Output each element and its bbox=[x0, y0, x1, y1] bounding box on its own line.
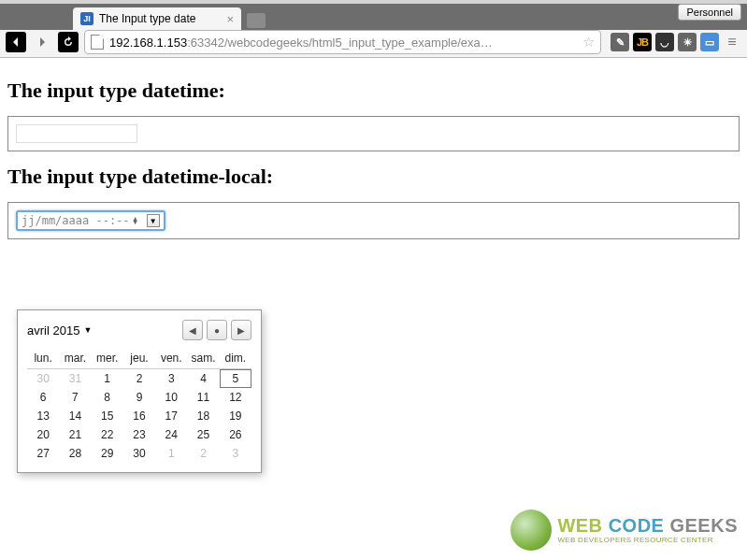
logo-word-code: CODE bbox=[609, 515, 670, 536]
window-titlebar: JI The Input type date × Personnel bbox=[0, 0, 747, 26]
date-picker-day-cell[interactable]: 29 bbox=[92, 444, 123, 463]
date-picker-day-cell[interactable]: 8 bbox=[92, 388, 123, 407]
date-picker-day-cell[interactable]: 28 bbox=[59, 444, 91, 463]
date-picker-day-cell[interactable]: 2 bbox=[187, 444, 219, 463]
tab-close-icon[interactable]: × bbox=[226, 12, 234, 26]
window-minimize-button[interactable] bbox=[25, 8, 36, 19]
datetime-local-fieldset: jj/mm/aaaa --:-- ▲▼ ▼ bbox=[7, 202, 740, 239]
date-picker-month-label: avril 2015 bbox=[27, 323, 79, 337]
date-picker-next-button[interactable]: ▶ bbox=[231, 320, 251, 340]
date-picker-day-cell[interactable]: 1 bbox=[92, 369, 123, 389]
chevron-down-icon: ▼ bbox=[83, 325, 92, 335]
date-picker-day-cell[interactable]: 4 bbox=[187, 369, 219, 389]
date-picker-day-cell[interactable]: 24 bbox=[155, 425, 187, 444]
extension-devtools-icon[interactable]: ▭ bbox=[700, 33, 719, 51]
datetime-fieldset bbox=[7, 116, 740, 151]
bookmark-star-icon[interactable]: ☆ bbox=[582, 34, 595, 50]
date-picker-day-cell[interactable]: 31 bbox=[59, 369, 91, 389]
forward-button[interactable] bbox=[32, 32, 52, 52]
date-picker-today-button[interactable]: ● bbox=[207, 320, 227, 340]
url-text: 192.168.1.153:63342/webcodegeeks/html5_i… bbox=[109, 36, 579, 50]
date-picker-day-cell[interactable]: 25 bbox=[187, 425, 219, 444]
datetime-input[interactable] bbox=[16, 124, 137, 143]
date-picker-day-cell[interactable]: 26 bbox=[220, 425, 251, 444]
reload-button[interactable] bbox=[58, 32, 79, 52]
date-picker-day-cell[interactable]: 14 bbox=[59, 407, 91, 425]
date-picker-day-cell[interactable]: 7 bbox=[59, 388, 91, 407]
date-picker-grid: lun.mar.mer.jeu.ven.sam.dim. 30311234567… bbox=[27, 348, 251, 463]
date-picker-day-cell[interactable]: 16 bbox=[123, 407, 155, 425]
heading-datetime-local: The input type datetime-local: bbox=[7, 165, 740, 189]
globe-icon bbox=[510, 510, 552, 551]
date-picker-day-cell[interactable]: 19 bbox=[220, 407, 251, 425]
logo-word-geeks: GEEKS bbox=[669, 515, 738, 536]
date-picker-day-cell[interactable]: 9 bbox=[123, 388, 155, 407]
date-picker-popup: avril 2015 ▼ ◀ ● ▶ lun.mar.mer.jeu.ven.s… bbox=[17, 309, 262, 473]
date-picker-day-cell[interactable]: 18 bbox=[187, 407, 219, 425]
extension-evernote-icon[interactable]: ✎ bbox=[611, 33, 629, 51]
new-tab-button[interactable] bbox=[247, 13, 266, 28]
tab-title: The Input type date bbox=[99, 12, 195, 25]
date-picker-day-cell[interactable]: 21 bbox=[59, 425, 91, 444]
date-picker-day-header: sam. bbox=[187, 348, 219, 369]
date-picker-day-header: mar. bbox=[59, 348, 91, 369]
back-button[interactable] bbox=[6, 32, 26, 52]
extension-pocket-icon[interactable]: ◡ bbox=[655, 33, 674, 51]
date-picker-day-cell[interactable]: 30 bbox=[123, 444, 155, 463]
date-picker-day-cell[interactable]: 27 bbox=[27, 444, 59, 463]
window-zoom-button[interactable] bbox=[41, 8, 51, 19]
extension-jb-icon[interactable]: JB bbox=[633, 33, 652, 51]
date-picker-day-header: dim. bbox=[220, 348, 251, 369]
date-picker-day-header: ven. bbox=[155, 348, 187, 369]
window-close-button[interactable] bbox=[9, 8, 20, 19]
date-picker-day-cell[interactable]: 20 bbox=[27, 425, 59, 444]
date-picker-month-selector[interactable]: avril 2015 ▼ bbox=[27, 323, 92, 337]
page-icon bbox=[91, 35, 104, 50]
browser-tab-active[interactable]: JI The Input type date × bbox=[73, 7, 241, 30]
browser-toolbar: 192.168.1.153:63342/webcodegeeks/html5_i… bbox=[0, 26, 747, 58]
date-picker-day-cell[interactable]: 12 bbox=[220, 388, 251, 407]
webcodegeeks-logo: WEB CODE GEEKS WEB DEVELOPERS RESOURCE C… bbox=[510, 510, 738, 551]
date-picker-prev-button[interactable]: ◀ bbox=[182, 320, 203, 340]
date-picker-day-cell[interactable]: 3 bbox=[220, 444, 251, 463]
tab-strip: JI The Input type date × bbox=[0, 4, 747, 30]
datetime-local-input[interactable]: jj/mm/aaaa --:-- ▲▼ ▼ bbox=[16, 210, 165, 231]
date-picker-day-cell[interactable]: 15 bbox=[92, 407, 123, 425]
date-picker-day-cell[interactable]: 30 bbox=[27, 369, 59, 389]
date-picker-day-cell[interactable]: 22 bbox=[92, 425, 123, 444]
date-picker-day-cell[interactable]: 2 bbox=[123, 369, 155, 389]
datetime-local-dropdown-icon[interactable]: ▼ bbox=[147, 214, 160, 227]
date-picker-day-cell[interactable]: 10 bbox=[155, 388, 187, 407]
address-bar[interactable]: 192.168.1.153:63342/webcodegeeks/html5_i… bbox=[84, 30, 601, 54]
extension-lastpass-icon[interactable]: ✳ bbox=[678, 33, 697, 51]
extension-icons: ✎ JB ◡ ✳ ▭ ≡ bbox=[611, 33, 741, 51]
tab-favicon: JI bbox=[80, 12, 93, 25]
date-picker-day-header: lun. bbox=[27, 348, 59, 369]
date-picker-day-cell[interactable]: 23 bbox=[123, 425, 155, 444]
date-picker-day-cell[interactable]: 13 bbox=[27, 407, 59, 425]
profile-button[interactable]: Personnel bbox=[678, 4, 741, 21]
date-picker-day-header: jeu. bbox=[123, 348, 155, 369]
chrome-menu-icon[interactable]: ≡ bbox=[723, 33, 741, 51]
date-picker-day-cell[interactable]: 11 bbox=[187, 388, 219, 407]
date-picker-day-header: mer. bbox=[92, 348, 123, 369]
datetime-local-spinner[interactable]: ▲▼ bbox=[134, 217, 143, 224]
date-picker-day-cell[interactable]: 3 bbox=[155, 369, 187, 389]
datetime-local-value: jj/mm/aaaa --:-- bbox=[22, 214, 130, 227]
date-picker-day-cell[interactable]: 5 bbox=[220, 369, 251, 389]
date-picker-day-cell[interactable]: 6 bbox=[27, 388, 59, 407]
logo-subtitle: WEB DEVELOPERS RESOURCE CENTER bbox=[557, 537, 738, 544]
logo-word-web: WEB bbox=[557, 515, 608, 536]
date-picker-day-cell[interactable]: 17 bbox=[155, 407, 187, 425]
date-picker-day-cell[interactable]: 1 bbox=[155, 444, 187, 463]
heading-datetime: The input type datetime: bbox=[7, 79, 740, 103]
page-content: The input type datetime: The input type … bbox=[0, 58, 747, 247]
